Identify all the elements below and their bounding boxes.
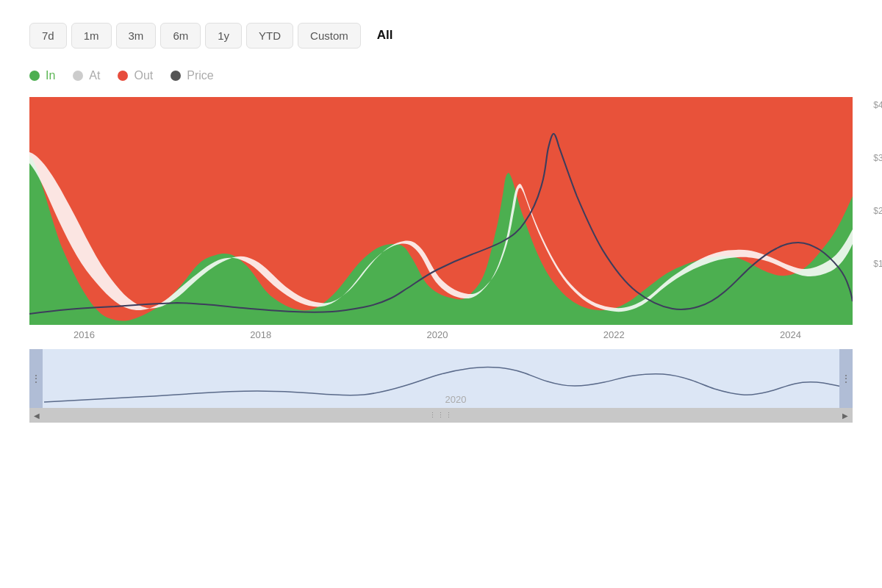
- scroll-left-arrow[interactable]: ◀: [29, 408, 44, 423]
- y-label-price-0: $0: [856, 312, 882, 322]
- legend-dot-in: [29, 71, 40, 81]
- right-arrow-icon: ▶: [842, 412, 848, 420]
- svg-text:⋮: ⋮: [842, 373, 850, 384]
- btn-7d[interactable]: 7d: [29, 23, 67, 49]
- x-axis: 2016 2018 2020 2022 2024: [29, 329, 853, 340]
- x-label-2024: 2024: [780, 329, 801, 340]
- btn-custom[interactable]: Custom: [298, 23, 361, 49]
- legend-label-out: Out: [134, 69, 153, 82]
- btn-1y[interactable]: 1y: [205, 23, 242, 49]
- left-arrow-icon: ◀: [34, 412, 40, 420]
- main-chart-svg: [29, 97, 853, 325]
- navigator-chart: ⋮ ⋮ 2020: [29, 349, 853, 408]
- time-range-selector: 7d 1m 3m 6m 1y YTD Custom All: [29, 22, 853, 49]
- legend-out: Out: [118, 69, 153, 82]
- svg-text:2020: 2020: [445, 394, 467, 405]
- legend-label-price: Price: [187, 69, 213, 82]
- legend-at: At: [73, 69, 100, 82]
- btn-6m[interactable]: 6m: [160, 23, 201, 49]
- svg-rect-2: [29, 349, 853, 408]
- x-label-2018: 2018: [250, 329, 271, 340]
- y-label-price-2342: $2,342: [856, 206, 882, 216]
- y-axis-right: $4,684 $3,513 $2,342 $1,171 $0: [856, 97, 882, 325]
- chart-area: 100.00% 75.00% 50.00% 25.00% 0.00%: [29, 97, 853, 426]
- legend-in: In: [29, 69, 55, 82]
- btn-all[interactable]: All: [365, 22, 405, 49]
- scroll-right-arrow[interactable]: ▶: [838, 408, 853, 423]
- legend-dot-price: [171, 71, 181, 81]
- x-label-2016: 2016: [74, 329, 95, 340]
- legend-dot-at: [73, 71, 83, 81]
- x-label-2022: 2022: [603, 329, 625, 340]
- btn-ytd[interactable]: YTD: [246, 23, 293, 49]
- legend-label-in: In: [46, 69, 55, 82]
- btn-1m[interactable]: 1m: [71, 23, 112, 49]
- navigator: ⋮ ⋮ 2020 ◀ ⋮⋮⋮ ▶: [29, 349, 853, 426]
- y-label-price-1171: $1,171: [856, 259, 882, 269]
- scroll-thumb-grip: ⋮⋮⋮: [429, 412, 453, 419]
- legend-price: Price: [171, 69, 213, 82]
- x-label-2020: 2020: [427, 329, 448, 340]
- btn-3m[interactable]: 3m: [116, 23, 157, 49]
- svg-text:⋮: ⋮: [32, 373, 40, 384]
- y-label-price-3513: $3,513: [856, 153, 882, 163]
- y-label-price-4684: $4,684: [856, 100, 882, 110]
- legend-dot-out: [118, 71, 128, 81]
- scroll-thumb[interactable]: ⋮⋮⋮: [44, 408, 838, 423]
- chart-legend: In At Out Price: [29, 69, 853, 82]
- legend-label-at: At: [89, 69, 100, 82]
- scrollbar[interactable]: ◀ ⋮⋮⋮ ▶: [29, 408, 853, 423]
